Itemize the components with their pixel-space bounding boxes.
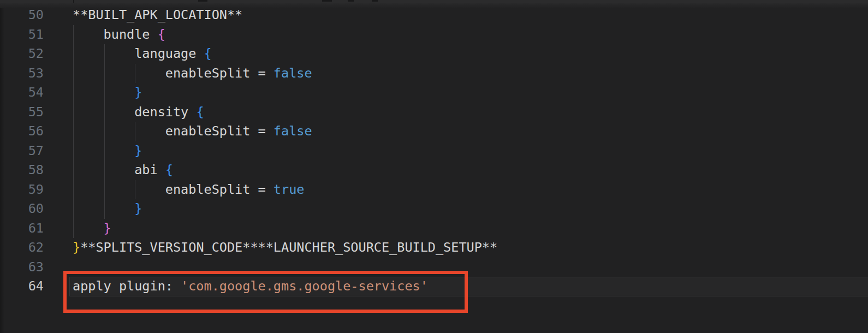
code-line-62[interactable]: 62}**SPLITS_VERSION_CODE****LAUNCHER_SOU… <box>0 238 868 258</box>
code-text: enableSplit = false <box>73 122 312 141</box>
code-line-50[interactable]: 50**BUILT_APK_LOCATION** <box>0 5 868 25</box>
line-number-55[interactable]: 55 <box>0 103 44 122</box>
line-number-59[interactable]: 59 <box>0 180 44 200</box>
code-segment-punctBlue: { <box>204 46 212 61</box>
code-text: } <box>73 199 142 219</box>
code-text: bundle { <box>73 25 165 45</box>
code-segment-keyword: false <box>274 123 312 139</box>
annotation-highlight-box <box>63 271 468 313</box>
line-number-53[interactable]: 53 <box>0 64 44 84</box>
line-number-63[interactable]: 63 <box>0 258 44 277</box>
code-text: language { <box>73 44 212 64</box>
clipped-glyph-artifact <box>372 0 378 2</box>
line-number-60[interactable]: 60 <box>0 199 44 219</box>
code-segment-default <box>73 143 134 158</box>
clipped-glyph-artifact <box>73 0 74 3</box>
code-line-59[interactable]: 59 enableSplit = true <box>0 180 868 200</box>
code-segment-default: density <box>73 104 196 120</box>
code-segment-default <box>73 201 134 216</box>
code-segment-punctYellow: } <box>73 240 80 255</box>
code-segment-punctBlue: } <box>134 85 142 100</box>
code-line-60[interactable]: 60 } <box>0 199 868 219</box>
code-line-55[interactable]: 55 density { <box>0 103 868 122</box>
line-number-57[interactable]: 57 <box>0 141 44 161</box>
code-segment-punctBlue: { <box>196 104 204 120</box>
code-text: } <box>73 83 142 103</box>
line-number-64[interactable]: 64 <box>0 277 44 296</box>
code-segment-default: abi <box>73 162 165 177</box>
code-line-52[interactable]: 52 language { <box>0 44 868 64</box>
clipped-glyph-artifact <box>322 0 332 2</box>
line-number-62[interactable]: 62 <box>0 238 44 258</box>
code-segment-default: language <box>73 46 204 61</box>
line-number-61[interactable]: 61 <box>0 219 44 239</box>
code-line-51[interactable]: 51 bundle { <box>0 25 868 45</box>
code-segment-default: **BUILT_APK_LOCATION** <box>73 7 242 22</box>
line-number-51[interactable]: 51 <box>0 25 44 45</box>
code-segment-punctPink: } <box>104 221 111 236</box>
code-text: enableSplit = true <box>73 180 304 200</box>
code-line-53[interactable]: 53 enableSplit = false <box>0 64 868 84</box>
code-segment-default: enableSplit = <box>73 182 274 197</box>
code-line-58[interactable]: 58 abi { <box>0 160 868 180</box>
line-number-50[interactable]: 50 <box>0 5 44 25</box>
code-text: }**SPLITS_VERSION_CODE****LAUNCHER_SOURC… <box>73 238 497 258</box>
code-text: **BUILT_APK_LOCATION** <box>73 5 242 25</box>
code-segment-default: enableSplit = <box>73 123 274 139</box>
code-text: density { <box>73 103 204 122</box>
line-number-54[interactable]: 54 <box>0 83 44 103</box>
line-number-52[interactable]: 52 <box>0 44 44 64</box>
code-editor: 50**BUILT_APK_LOCATION**51 bundle {52 la… <box>0 0 868 333</box>
code-segment-default: enableSplit = <box>73 66 274 81</box>
code-text: } <box>73 219 111 239</box>
top-shadow-fade <box>0 3 868 8</box>
code-lines-container: 50**BUILT_APK_LOCATION**51 bundle {52 la… <box>0 5 868 296</box>
code-segment-punctPink: { <box>158 27 165 42</box>
code-segment-keyword: true <box>274 182 305 197</box>
code-line-57[interactable]: 57 } <box>0 141 868 161</box>
code-segment-default: **SPLITS_VERSION_CODE****LAUNCHER_SOURCE… <box>80 240 497 255</box>
clipped-glyph-artifact <box>348 0 354 2</box>
code-segment-punctBlue: { <box>165 162 173 177</box>
code-text: abi { <box>73 160 173 180</box>
code-line-54[interactable]: 54 } <box>0 83 868 103</box>
left-edge-shadow <box>0 0 4 333</box>
clipped-glyph-artifact <box>198 0 207 2</box>
code-segment-punctBlue: } <box>134 201 142 216</box>
code-line-61[interactable]: 61 } <box>0 219 868 239</box>
line-number-56[interactable]: 56 <box>0 122 44 141</box>
code-text: } <box>73 141 142 161</box>
line-number-58[interactable]: 58 <box>0 160 44 180</box>
code-segment-default <box>73 221 104 236</box>
code-line-56[interactable]: 56 enableSplit = false <box>0 122 868 141</box>
code-segment-default: bundle <box>73 27 158 42</box>
code-text: enableSplit = false <box>73 64 312 84</box>
code-segment-punctBlue: } <box>134 143 142 158</box>
code-segment-default <box>73 85 134 100</box>
code-segment-keyword: false <box>274 66 312 81</box>
